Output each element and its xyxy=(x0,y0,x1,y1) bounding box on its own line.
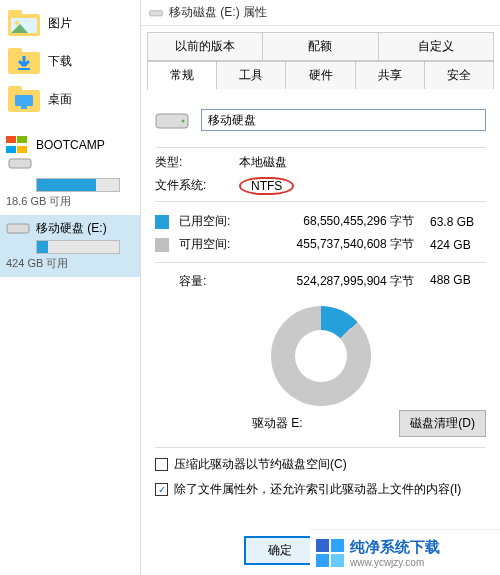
tab-tools[interactable]: 工具 xyxy=(216,61,286,89)
tab-previous-versions[interactable]: 以前的版本 xyxy=(147,32,263,60)
windows-icon xyxy=(6,136,30,154)
used-swatch xyxy=(155,215,169,229)
watermark-title: 纯净系统下载 xyxy=(350,538,440,557)
drive-bootcamp[interactable]: BOOTCAMP 18.6 GB 可用 xyxy=(0,132,140,215)
explorer-sidebar: 图片 下载 桌面 BOOTCAMP 18.6 GB 可用 移动硬盘 (E:) 4… xyxy=(0,0,140,575)
tab-hardware[interactable]: 硬件 xyxy=(285,61,355,89)
compress-label: 压缩此驱动器以节约磁盘空间(C) xyxy=(174,456,347,473)
svg-rect-6 xyxy=(18,68,30,70)
nav-label: 下载 xyxy=(48,53,72,70)
downloads-icon xyxy=(8,48,40,74)
disk-cleanup-button[interactable]: 磁盘清理(D) xyxy=(399,410,486,437)
used-bytes: 68,550,455,296 字节 xyxy=(247,213,420,230)
drive-icon xyxy=(6,219,30,237)
usage-donut-chart xyxy=(155,300,486,412)
checkbox-checked-icon[interactable]: ✓ xyxy=(155,483,168,496)
tabs-secondary: 以前的版本 配额 自定义 xyxy=(147,32,494,61)
svg-rect-8 xyxy=(8,86,22,94)
free-bytes: 455,737,540,608 字节 xyxy=(247,236,420,253)
svg-rect-5 xyxy=(8,48,22,56)
tab-general[interactable]: 常规 xyxy=(147,61,217,90)
index-checkbox-row[interactable]: ✓ 除了文件属性外，还允许索引此驱动器上文件的内容(I) xyxy=(155,481,486,498)
drive-removable-e[interactable]: 移动硬盘 (E:) 424 GB 可用 xyxy=(0,215,140,277)
tab-quota[interactable]: 配额 xyxy=(262,32,378,60)
svg-point-3 xyxy=(15,21,19,25)
watermark: 纯净系统下载 www.ycwjzy.com xyxy=(310,529,500,575)
svg-rect-12 xyxy=(7,224,29,233)
drive-name: 移动硬盘 (E:) xyxy=(36,220,107,237)
compress-checkbox-row[interactable]: 压缩此驱动器以节约磁盘空间(C) xyxy=(155,456,486,473)
volume-name-input[interactable] xyxy=(201,109,486,131)
type-value: 本地磁盘 xyxy=(239,154,287,171)
watermark-url: www.ycwjzy.com xyxy=(350,557,440,568)
used-human: 63.8 GB xyxy=(430,215,486,229)
titlebar[interactable]: 移动磁盘 (E:) 属性 xyxy=(141,0,500,26)
nav-pictures[interactable]: 图片 xyxy=(0,4,140,42)
index-label: 除了文件属性外，还允许索引此驱动器上文件的内容(I) xyxy=(174,481,461,498)
filesystem-label: 文件系统: xyxy=(155,177,215,195)
dialog-title: 移动磁盘 (E:) 属性 xyxy=(169,4,267,21)
drive-icon xyxy=(149,8,163,18)
watermark-logo-icon xyxy=(316,539,344,567)
capacity-human: 488 GB xyxy=(430,273,486,290)
capacity-bytes: 524,287,995,904 字节 xyxy=(247,273,420,290)
svg-rect-11 xyxy=(9,159,31,168)
type-label: 类型: xyxy=(155,154,215,171)
svg-rect-10 xyxy=(21,106,27,109)
tab-security[interactable]: 安全 xyxy=(424,61,494,89)
free-human: 424 GB xyxy=(430,238,486,252)
checkbox-unchecked-icon[interactable] xyxy=(155,458,168,471)
svg-point-15 xyxy=(182,120,185,123)
tab-customize[interactable]: 自定义 xyxy=(378,32,494,60)
free-swatch xyxy=(155,238,169,252)
drive-sub: 18.6 GB 可用 xyxy=(6,194,134,209)
svg-rect-13 xyxy=(150,10,163,15)
free-label: 可用空间: xyxy=(179,236,237,253)
filesystem-value: NTFS xyxy=(239,177,294,195)
used-label: 已用空间: xyxy=(179,213,237,230)
drive-icon xyxy=(8,154,32,172)
ok-button[interactable]: 确定 xyxy=(244,536,316,565)
tab-sharing[interactable]: 共享 xyxy=(355,61,425,89)
svg-rect-1 xyxy=(8,10,22,18)
desktop-icon xyxy=(8,86,40,112)
pictures-icon xyxy=(8,10,40,36)
properties-dialog: 移动磁盘 (E:) 属性 以前的版本 配额 自定义 常规 工具 硬件 共享 安全… xyxy=(140,0,500,575)
drive-sub: 424 GB 可用 xyxy=(6,256,134,271)
drive-name: BOOTCAMP xyxy=(36,138,105,152)
drive-letter-label: 驱动器 E: xyxy=(155,415,399,432)
drive-icon xyxy=(155,109,189,131)
capacity-label: 容量: xyxy=(179,273,237,290)
nav-label: 图片 xyxy=(48,15,72,32)
nav-downloads[interactable]: 下载 xyxy=(0,42,140,80)
nav-desktop[interactable]: 桌面 xyxy=(0,80,140,118)
nav-label: 桌面 xyxy=(48,91,72,108)
tabs-primary: 常规 工具 硬件 共享 安全 xyxy=(147,61,494,89)
svg-rect-9 xyxy=(15,95,33,106)
capacity-bar xyxy=(36,240,120,254)
capacity-bar xyxy=(36,178,120,192)
